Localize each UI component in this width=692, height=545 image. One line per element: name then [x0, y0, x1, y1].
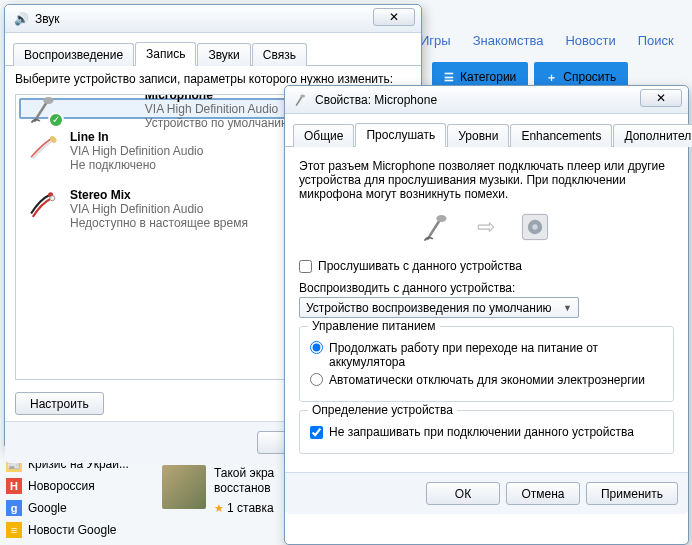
- svg-point-4: [50, 196, 55, 201]
- microphone-icon: [293, 92, 309, 108]
- bg-sidebar: 📰Кризис на Украи... ННовороссия gGoogle …: [4, 453, 144, 541]
- detection-checkbox[interactable]: [310, 426, 323, 439]
- bg-topnav: Игры Знакомства Новости Поиск: [420, 28, 692, 52]
- speaker-icon: 🔊: [13, 11, 29, 27]
- close-icon: ✕: [389, 10, 399, 24]
- tab-playback[interactable]: Воспроизведение: [13, 43, 134, 66]
- tab-content: Этот разъем Microphone позволяет подключ…: [285, 147, 688, 472]
- cancel-button[interactable]: Отмена: [506, 482, 580, 505]
- close-icon: ✕: [656, 91, 666, 105]
- tab-bar: Воспроизведение Запись Звуки Связь: [5, 33, 421, 66]
- device-name: Microphone: [145, 94, 290, 102]
- device-driver: VIA High Definition Audio: [70, 144, 203, 158]
- speaker-icon: [517, 209, 553, 245]
- description-text: Этот разъем Microphone позволяет подключ…: [299, 159, 674, 201]
- ok-button[interactable]: ОК: [426, 482, 500, 505]
- linein-icon: [26, 130, 60, 164]
- titlebar[interactable]: Свойства: Microphone ✕: [285, 86, 688, 114]
- nav-link[interactable]: Игры: [420, 33, 451, 48]
- svg-point-5: [300, 94, 305, 97]
- device-driver: VIA High Definition Audio: [145, 102, 290, 116]
- list-icon: ☰: [444, 71, 454, 84]
- close-button[interactable]: ✕: [640, 89, 682, 107]
- listen-checkbox[interactable]: [299, 260, 312, 273]
- illustration: ⇨: [299, 209, 674, 245]
- detection-group: Определение устройства Не запрашивать пр…: [299, 410, 674, 454]
- sidebar-item[interactable]: ННовороссия: [4, 475, 144, 497]
- tab-levels[interactable]: Уровни: [447, 124, 509, 147]
- svg-point-0: [43, 97, 53, 104]
- playback-device-select[interactable]: Устройство воспроизведения по умолчанию …: [299, 297, 579, 318]
- titlebar[interactable]: 🔊 Звук ✕: [5, 5, 421, 33]
- arrow-right-icon: ⇨: [477, 214, 495, 240]
- device-status: Не подключено: [70, 158, 203, 172]
- select-value: Устройство воспроизведения по умолчанию: [306, 301, 552, 315]
- close-button[interactable]: ✕: [373, 8, 415, 26]
- stereomix-icon: [26, 188, 60, 222]
- group-title: Определение устройства: [308, 403, 457, 417]
- sidebar-item[interactable]: gGoogle: [4, 497, 144, 519]
- device-item-microphone[interactable]: ✓ Microphone VIA High Definition Audio У…: [19, 98, 299, 119]
- radio-autooff[interactable]: [310, 373, 323, 386]
- checkbox-label: Прослушивать с данного устройства: [318, 259, 522, 273]
- power-mgmt-group: Управление питанием Продолжать работу пр…: [299, 326, 674, 402]
- playback-label: Воспроизводить с данного устройства:: [299, 281, 674, 295]
- tab-general[interactable]: Общие: [293, 124, 354, 147]
- tab-advanced[interactable]: Дополнительно: [613, 124, 692, 147]
- dialog-footer: ОК Отмена Применить: [285, 472, 688, 514]
- site-icon: Н: [6, 478, 22, 494]
- radio-continue[interactable]: [310, 341, 323, 354]
- microphone-icon: ✓: [28, 94, 62, 126]
- nav-link[interactable]: Новости: [565, 33, 615, 48]
- svg-point-9: [532, 224, 537, 229]
- properties-dialog: Свойства: Microphone ✕ Общие Прослушать …: [284, 85, 689, 545]
- configure-button[interactable]: Настроить: [15, 392, 104, 415]
- sidebar-item[interactable]: ≡Новости Google: [4, 519, 144, 541]
- tab-bar: Общие Прослушать Уровни Enhancements Доп…: [285, 114, 688, 147]
- apply-button[interactable]: Применить: [586, 482, 678, 505]
- device-name: Stereo Mix: [70, 188, 248, 202]
- tab-sounds[interactable]: Звуки: [197, 43, 250, 66]
- nav-link[interactable]: Знакомства: [473, 33, 544, 48]
- window-title: Звук: [35, 12, 60, 26]
- group-title: Управление питанием: [308, 319, 440, 333]
- google-icon: g: [6, 500, 22, 516]
- device-driver: VIA High Definition Audio: [70, 202, 248, 216]
- avatar: [162, 465, 206, 509]
- listen-checkbox-row[interactable]: Прослушивать с данного устройства: [299, 259, 674, 273]
- nav-link[interactable]: Поиск: [638, 33, 674, 48]
- tab-enhancements[interactable]: Enhancements: [510, 124, 612, 147]
- microphone-icon: [421, 210, 455, 244]
- pm-radio-continue[interactable]: Продолжать работу при переходе на питани…: [310, 341, 663, 369]
- gnews-icon: ≡: [6, 522, 22, 538]
- tab-listen[interactable]: Прослушать: [355, 123, 446, 147]
- device-name: Line In: [70, 130, 203, 144]
- svg-point-6: [436, 215, 446, 222]
- tab-recording[interactable]: Запись: [135, 42, 196, 66]
- bg-answer-snippet: Такой экравосстанов ★ 1 ставка: [162, 465, 302, 515]
- chevron-down-icon: ▼: [563, 303, 572, 313]
- device-status: Недоступно в настоящее время: [70, 216, 248, 230]
- window-title: Свойства: Microphone: [315, 93, 437, 107]
- detection-checkbox-row[interactable]: Не запрашивать при подключении данного у…: [310, 425, 663, 439]
- svg-point-2: [52, 138, 57, 143]
- plus-icon: ＋: [546, 70, 557, 85]
- tab-comm[interactable]: Связь: [252, 43, 307, 66]
- pm-radio-autooff[interactable]: Автоматически отключать для экономии эле…: [310, 373, 663, 387]
